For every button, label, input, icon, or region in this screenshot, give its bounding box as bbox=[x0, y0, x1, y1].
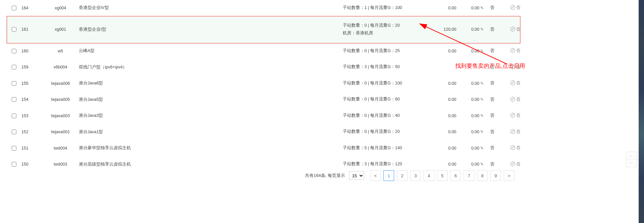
pager-next[interactable]: > bbox=[504, 170, 514, 181]
row-price-2: 0.00✎ bbox=[456, 124, 484, 140]
row-code: xg001 bbox=[42, 16, 79, 43]
pager-page-5[interactable]: 5 bbox=[437, 170, 448, 181]
row-checkbox[interactable] bbox=[12, 81, 16, 86]
ban-icon[interactable] bbox=[510, 27, 515, 31]
table-row: 161xg001香港型企业Ⅰ型子站数量：0 | 每月流量G：20机房：香港机房1… bbox=[6, 16, 520, 43]
row-checkbox[interactable] bbox=[12, 162, 16, 167]
row-name: 云峰A型 bbox=[79, 43, 343, 59]
row-check-cell bbox=[6, 59, 21, 75]
row-flag: 否 bbox=[484, 124, 500, 140]
row-action-text[interactable]: 否 bbox=[516, 146, 520, 150]
row-price-1: 0.00 bbox=[426, 92, 456, 108]
row-name: 双线门户型（ipv6+ipv4） bbox=[79, 59, 343, 75]
pager-page-6[interactable]: 6 bbox=[450, 170, 461, 181]
pager-page-9[interactable]: 9 bbox=[490, 170, 501, 181]
row-id: 153 bbox=[21, 108, 42, 124]
table-row: 164xg004香港型企业IV型子站数量：1 | 每月流量G：1000.000.… bbox=[6, 0, 520, 16]
ban-icon[interactable] bbox=[510, 64, 515, 69]
row-info: 子站数量：0 | 每月流量G：20机房：香港机房 bbox=[343, 16, 426, 43]
decorative-edge bbox=[639, 0, 644, 223]
row-action: 否 bbox=[500, 16, 520, 43]
row-action-text[interactable]: 否 bbox=[516, 162, 520, 167]
row-name: 港台Java5型 bbox=[79, 92, 343, 108]
pager-page-2[interactable]: 2 bbox=[397, 170, 408, 181]
row-price-1: 0.00 bbox=[426, 0, 456, 16]
edit-icon[interactable]: ✎ bbox=[480, 130, 484, 134]
ban-icon[interactable] bbox=[510, 97, 515, 101]
row-flag: 否 bbox=[484, 92, 500, 108]
edit-icon[interactable]: ✎ bbox=[480, 162, 484, 167]
row-checkbox[interactable] bbox=[12, 49, 16, 53]
ban-icon[interactable] bbox=[510, 113, 515, 118]
row-checkbox[interactable] bbox=[12, 114, 16, 118]
scroll-down-button[interactable]: ﹀ bbox=[626, 160, 636, 167]
row-action-text[interactable]: 否 bbox=[516, 113, 520, 118]
table-row: 152twjava001港台Java1型子站数量：0 | 每月流量G：200.0… bbox=[6, 124, 520, 140]
row-code: twd004 bbox=[42, 140, 79, 156]
row-action-text[interactable]: 否 bbox=[516, 97, 520, 102]
row-name: 港台Java3型 bbox=[79, 108, 343, 124]
row-check-cell bbox=[6, 0, 21, 16]
edit-icon[interactable]: ✎ bbox=[480, 114, 484, 118]
row-action-text[interactable]: 否 bbox=[516, 65, 520, 69]
row-flag: 否 bbox=[484, 108, 500, 124]
ban-icon[interactable] bbox=[510, 48, 515, 53]
row-price-2: 0.00✎ bbox=[456, 16, 484, 43]
ban-icon[interactable] bbox=[510, 145, 515, 150]
row-action: 否 bbox=[500, 0, 520, 16]
row-action-text[interactable]: 否 bbox=[516, 130, 520, 134]
row-name: 港台Java6型 bbox=[79, 75, 343, 91]
pager-summary: 共有164条, 每页显示 bbox=[305, 173, 345, 179]
pager-page-3[interactable]: 3 bbox=[410, 170, 421, 181]
row-checkbox[interactable] bbox=[12, 65, 16, 69]
row-action-text[interactable]: 否 bbox=[516, 5, 520, 10]
row-checkbox[interactable] bbox=[12, 97, 16, 102]
table-row: 154twjava005港台Java5型子站数量：0 | 每月流量G：600.0… bbox=[6, 92, 520, 108]
pager-page-1[interactable]: 1 bbox=[383, 170, 394, 181]
ban-icon[interactable] bbox=[510, 80, 515, 85]
pager-prev[interactable]: < bbox=[370, 170, 381, 181]
pager-page-7[interactable]: 7 bbox=[464, 170, 474, 181]
row-info: 子站数量：0 | 每月流量G：25 bbox=[343, 43, 426, 59]
row-id: 151 bbox=[21, 140, 42, 156]
row-action: 否 bbox=[500, 92, 520, 108]
ban-icon[interactable] bbox=[510, 129, 515, 134]
row-price-2: 0.00✎ bbox=[456, 75, 484, 91]
table-row: 160w5云峰A型子站数量：0 | 每月流量G：250.000.00✎否否 bbox=[6, 43, 520, 59]
pager-page-8[interactable]: 8 bbox=[477, 170, 488, 181]
ban-icon[interactable] bbox=[510, 5, 515, 10]
row-action-text[interactable]: 否 bbox=[516, 81, 520, 85]
edit-icon[interactable]: ✎ bbox=[480, 49, 484, 53]
row-id: 160 bbox=[21, 43, 42, 59]
row-price-2: 0.00✎ bbox=[456, 43, 484, 59]
row-price-1: 0.00 bbox=[426, 108, 456, 124]
row-checkbox[interactable] bbox=[12, 6, 16, 10]
row-action-text[interactable]: 否 bbox=[516, 27, 520, 32]
row-name: 港台Java1型 bbox=[79, 124, 343, 140]
row-code: twjava005 bbox=[42, 92, 79, 108]
row-price-1: 0.00 bbox=[426, 43, 456, 59]
row-code: twjava001 bbox=[42, 124, 79, 140]
edit-icon[interactable]: ✎ bbox=[480, 81, 484, 86]
pager-page-4[interactable]: 4 bbox=[424, 170, 434, 181]
row-action: 否 bbox=[500, 75, 520, 91]
row-code: twjava003 bbox=[42, 108, 79, 124]
row-flag: 否 bbox=[484, 0, 500, 16]
scroll-up-button[interactable]: ︿ bbox=[626, 152, 636, 160]
row-price-1: 0.00 bbox=[426, 124, 456, 140]
edit-icon[interactable]: ✎ bbox=[480, 146, 484, 151]
row-action: 否 bbox=[500, 140, 520, 156]
row-action: 否 bbox=[500, 108, 520, 124]
row-price-1: 120.00 bbox=[426, 16, 456, 43]
row-checkbox[interactable] bbox=[12, 27, 16, 32]
row-action-text[interactable]: 否 bbox=[516, 48, 520, 53]
edit-icon[interactable]: ✎ bbox=[480, 27, 484, 32]
ban-icon[interactable] bbox=[510, 162, 515, 166]
edit-icon[interactable]: ✎ bbox=[480, 6, 484, 10]
per-page-select[interactable]: 15 bbox=[349, 171, 364, 180]
row-price-2 bbox=[456, 59, 484, 75]
row-checkbox[interactable] bbox=[12, 130, 16, 134]
edit-icon[interactable]: ✎ bbox=[480, 97, 484, 102]
row-code: v6b004 bbox=[42, 59, 79, 75]
row-checkbox[interactable] bbox=[12, 146, 16, 151]
